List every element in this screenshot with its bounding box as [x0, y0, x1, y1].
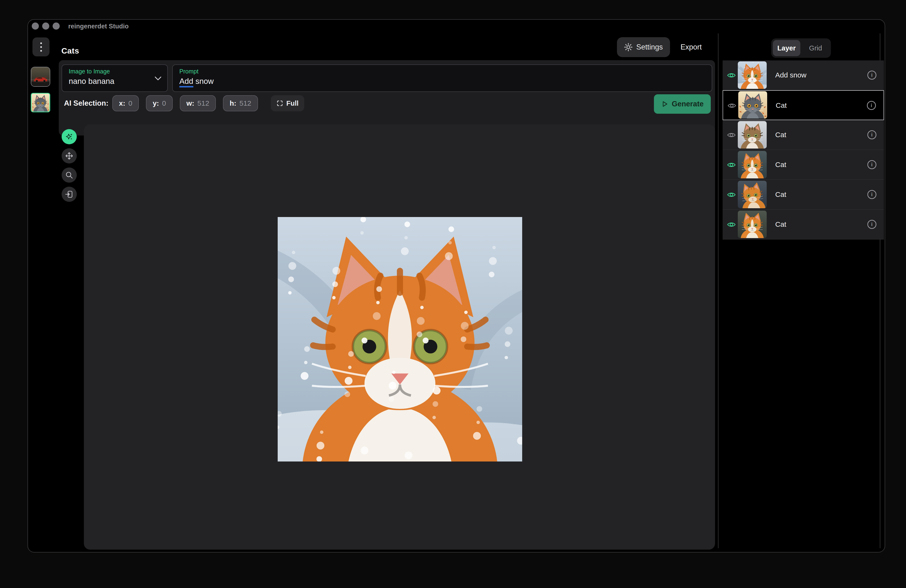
selection-field-y[interactable]: y:0 [146, 95, 172, 112]
move-icon [65, 152, 73, 160]
layer-name: Cat [775, 210, 786, 239]
model-select-label: Image to Image [69, 68, 110, 75]
prompt-input[interactable]: Prompt Add snow [172, 64, 712, 92]
tool-move-button[interactable] [62, 148, 77, 164]
window-controls [32, 22, 60, 30]
generate-button[interactable]: Generate [654, 94, 711, 114]
settings-label: Settings [636, 43, 663, 51]
window-zoom-button[interactable] [53, 22, 60, 30]
tool-rail [62, 129, 77, 202]
panel-tabs: LayerGrid [771, 38, 831, 58]
eye-hidden-icon[interactable] [727, 103, 736, 109]
selection-field-w[interactable]: w:512 [180, 95, 216, 112]
ai-selection-label: AI Selection: [64, 95, 108, 112]
project-thumbnail-cats[interactable] [31, 93, 50, 112]
info-icon[interactable]: i [868, 130, 876, 139]
tool-zoom-button[interactable] [62, 167, 77, 183]
info-icon[interactable]: i [868, 220, 876, 229]
tool-ai-sparkles-button[interactable] [62, 129, 77, 144]
layer-thumbnail [738, 61, 767, 89]
layer-name: Cat [775, 150, 786, 180]
gear-icon [624, 43, 633, 51]
eye-visible-icon[interactable] [727, 221, 736, 228]
chevron-down-icon [155, 76, 161, 81]
tab-grid[interactable]: Grid [802, 40, 829, 56]
full-selection-button[interactable]: Full [271, 95, 305, 112]
desktop: reingenerdet Studio Cats Settings Export… [0, 0, 906, 588]
prompt-value: Add snow [179, 77, 214, 86]
generate-label: Generate [672, 100, 703, 108]
selection-fields: x:0y:0w:512h:512Full [112, 95, 304, 112]
layer-row-6[interactable]: Cat i [723, 210, 884, 239]
eye-visible-icon[interactable] [727, 192, 736, 198]
tab-layer[interactable]: Layer [773, 40, 800, 56]
project-thumbnail-car[interactable] [31, 67, 50, 87]
window-close-button[interactable] [32, 22, 39, 30]
canvas-image[interactable] [278, 217, 522, 462]
window-minimize-button[interactable] [42, 22, 49, 30]
selection-field-h[interactable]: h:512 [223, 95, 258, 112]
layer-row-4[interactable]: Cat i [723, 150, 884, 180]
model-select-value: nano banana [69, 77, 115, 86]
eye-hidden-icon[interactable] [727, 132, 736, 138]
layer-name: Add snow [775, 61, 807, 90]
eye-visible-icon[interactable] [727, 162, 736, 168]
eye-visible-icon[interactable] [727, 72, 736, 78]
export-label: Export [680, 43, 702, 51]
menu-button[interactable] [32, 37, 49, 56]
layer-name: Cat [776, 91, 787, 121]
layer-thumbnail [738, 151, 767, 178]
info-icon[interactable]: i [867, 101, 876, 110]
tool-import-image-button[interactable] [62, 187, 77, 202]
layer-list: Add snow i Cat i Cat i Cat i Cat i [723, 61, 884, 239]
layer-name: Cat [775, 180, 786, 210]
project-thumbnail-image [32, 94, 49, 112]
layer-thumbnail [738, 210, 767, 238]
info-icon[interactable]: i [868, 190, 876, 199]
layer-row-1[interactable]: Add snow i [723, 61, 884, 90]
selection-field-x[interactable]: x:0 [112, 95, 139, 112]
layer-name: Cat [775, 120, 786, 150]
prompt-label: Prompt [179, 68, 199, 75]
layer-thumbnail [738, 181, 767, 208]
panel-divider [718, 33, 719, 548]
import-image-icon [65, 190, 73, 198]
prompt-word-misspelled: Add [179, 77, 193, 88]
layer-row-3[interactable]: Cat i [723, 120, 884, 150]
settings-button[interactable]: Settings [617, 37, 670, 57]
project-thumbnail-image [31, 67, 50, 86]
info-icon[interactable]: i [868, 160, 876, 169]
info-icon[interactable]: i [868, 70, 876, 80]
play-icon [661, 100, 668, 108]
corners-icon [276, 100, 283, 107]
layer-thumbnail [738, 91, 767, 119]
layer-thumbnail [738, 121, 767, 148]
magnifier-icon [65, 171, 73, 179]
model-select[interactable]: Image to Image nano banana [62, 64, 168, 92]
page-title: Cats [61, 46, 79, 56]
layer-row-2[interactable]: Cat i [723, 90, 884, 120]
export-button[interactable]: Export [676, 37, 707, 57]
sparkles-icon [65, 133, 73, 141]
layer-row-5[interactable]: Cat i [723, 180, 884, 210]
app-window: reingenerdet Studio Cats Settings Export… [27, 19, 885, 553]
window-title: reingenerdet Studio [68, 23, 129, 30]
